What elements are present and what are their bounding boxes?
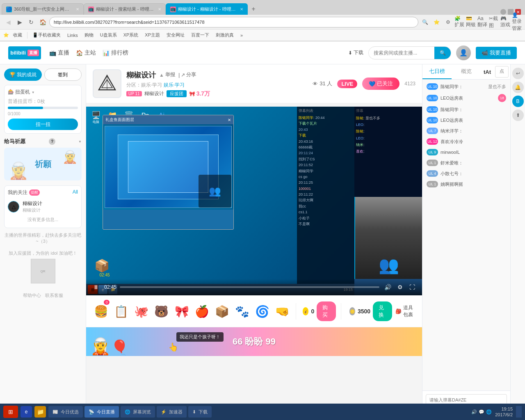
gift-fist[interactable]: 🤜 [274,300,291,323]
star-icon[interactable]: ⭐ [431,17,441,27]
bookmark-xp-theme[interactable]: XP主題 [142,31,162,39]
folder-taskbar-icon[interactable]: 📁 [34,406,46,418]
gift-0-badge: 0 [104,300,110,305]
taskbar-tab-browser[interactable]: 🌐 屏幕浏览 [121,406,155,418]
support-section: 加入应援团，为你的 idol 加油吧！ QR [4,247,82,289]
nav-ranking[interactable]: 📊 排行榜 [103,49,128,57]
home-button[interactable]: 🏠 [38,17,48,27]
gift-area: 🍔 0 📋 🐙 🐻 🎀 � [86,295,422,327]
show-desktop-button[interactable] [516,406,522,418]
login-icon[interactable]: 👤登录管家 [512,17,522,27]
gift-spiral[interactable]: 🌀 [254,300,271,323]
contact-link[interactable]: 联系客服 [45,292,63,299]
treasure-chest-icon[interactable]: 📦 02:45 [94,258,115,275]
url-bar[interactable]: http://live.bilibili.com/3827027?from=se… [49,17,418,27]
chat-title: 弹幕 [356,108,420,114]
bookmark-links[interactable]: Links [65,32,80,39]
tab-3-close[interactable]: ✕ [240,7,243,11]
bookmark-mobile[interactable]: 📱手机收藏夹 [30,31,63,39]
extension-icon[interactable]: 🧩扩展 [454,17,464,27]
gift-ribbon[interactable]: 🎀 [173,300,190,323]
bookmark-collections[interactable]: 收藏 [11,31,25,39]
tab-1[interactable]: 🔵 360导航_新一代安全上网导航 ✕ [2,3,84,15]
bookmark-exciting[interactable]: 刺激的真 [213,31,236,39]
tab-2-close[interactable]: ✕ [158,7,161,11]
gift-paw[interactable]: 🐾 [234,300,251,323]
bookmark-shopping[interactable]: 购物 [82,31,96,39]
refresh-button[interactable]: ↻ [26,17,36,27]
taskbar-tab-live[interactable]: 📡 今日直播 [84,406,119,418]
bookmark-safe-net[interactable]: 安全网址 [164,31,187,39]
bookmark-more[interactable]: » [238,32,245,39]
tv-icon: 📺 [49,50,56,56]
follow-notify-badge[interactable]: 提醒 [29,189,40,196]
bookmark-udisk[interactable]: U盘装系 [98,31,119,39]
prop-pack-button[interactable]: 🎒 道具包裹 [395,304,415,318]
side-icon-2[interactable]: 🔔 [512,82,524,93]
bookmark-xp[interactable]: XP系统 [121,31,141,39]
tab-3[interactable]: 📺 糊椒设计 - 糊椒设计 - 哔哩哔哩… ✕ [166,3,248,15]
gift-book[interactable]: 📋 [113,300,130,323]
side-icon-1[interactable]: ↩ [512,68,524,79]
tab-2[interactable]: 📺 糊椒设计 - 搜索结果 - 哔哩哔哩… ✕ [84,3,166,15]
games-icon[interactable]: 🎮游戏 [500,17,510,27]
fullscreen-button[interactable]: ⛶ [407,282,417,292]
buy-coins-button[interactable]: 购买 [317,301,336,321]
tab-overview[interactable]: 概览 [452,64,481,79]
taskbar-tab-today[interactable]: 📰 今日优选 [48,406,83,418]
settings-icon[interactable]: ⚙ [443,17,453,27]
download-button[interactable]: ⬇ 下载 [348,49,363,56]
user-avatar[interactable]: 👤 [456,46,471,60]
back-button[interactable]: ◀ [3,17,13,27]
bili-logo[interactable]: bilibili 直播 [8,46,41,59]
go-live-button[interactable]: 📹 我要直播 [476,47,517,59]
gift-box[interactable]: 📦 [214,300,231,323]
bookmark-baidu[interactable]: 百度一下 [189,31,212,39]
progress-bar[interactable] [120,286,379,288]
redeem-button[interactable]: 兑换 [373,301,392,321]
click-button[interactable]: 点 [495,66,509,78]
gift-burger[interactable]: 🍔 0 [93,300,110,323]
team-button[interactable]: 应援团 [167,90,187,97]
window-minimize[interactable] [500,9,506,15]
achievements-button[interactable]: 🏆 我的成就 [4,68,42,81]
share-button[interactable]: | ↗ 分享 [178,71,196,78]
bank-icon[interactable]: 💳网银 [466,17,476,27]
nav-live[interactable]: 📺 直播 [49,49,69,57]
category-link[interactable]: 娱乐·学习 [164,82,185,88]
help-icon[interactable]: ？ [49,138,55,145]
search-input[interactable] [369,50,434,56]
side-icon-3[interactable]: B [512,96,524,107]
new-tab-button[interactable]: + [248,3,259,15]
video-frame[interactable]: ⊞ e 📁 19:15 🖥️电脑 📁文档 🗑️回收站 [86,107,422,295]
tab-1-close[interactable]: ✕ [76,7,79,11]
taskbar-tab-download[interactable]: ⬇ 下载 [188,406,212,418]
settings-btn[interactable]: ⚙ [395,282,405,292]
wish-header[interactable]: 给马祈愿 ？ ▼ [4,138,82,145]
side-icon-4[interactable]: ⬆ [512,110,524,121]
spin-button[interactable]: 扭一扭 [8,119,78,130]
gift-apple[interactable]: 🍎 [194,300,210,323]
follow-all-button[interactable]: All [73,189,78,196]
forward-button[interactable]: ▶ [15,17,25,27]
report-button[interactable]: ▲ 举报 [159,71,175,78]
play-pause-button[interactable]: ⏸ [91,282,101,292]
rank-item-3: UL 10 LEO远房表 [422,115,510,126]
search-button[interactable]: 🔍 [434,46,451,59]
tab-seven-day[interactable]: 七日榜 [422,64,452,79]
help-center-link[interactable]: 帮助中心 [23,292,41,299]
nav-main[interactable]: 🏠 主站 [76,49,96,57]
translate-icon[interactable]: Aa翻译 [477,17,487,27]
start-button[interactable]: ⊞ [3,406,18,418]
gift-bear[interactable]: 🐻 [153,300,170,323]
gift-octopus[interactable]: 🐙 [133,300,150,323]
volume-icon[interactable]: 🔊 [383,282,393,292]
streamer-right: 👁 31 人 LIVE 💙 已关注 4123 [313,78,415,90]
ie-taskbar-icon[interactable]: e [21,406,32,418]
follow-avatar[interactable]: △ [8,201,19,212]
search-icon[interactable]: 🔍 [420,17,430,27]
checkin-button[interactable]: 签到 [44,68,82,81]
screenshot-icon[interactable]: ✂截图 [489,17,499,27]
taskbar-tab-accelerator[interactable]: ⚡ 加速器 [157,406,187,418]
follow-streamer-button[interactable]: 💙 已关注 [362,78,399,90]
